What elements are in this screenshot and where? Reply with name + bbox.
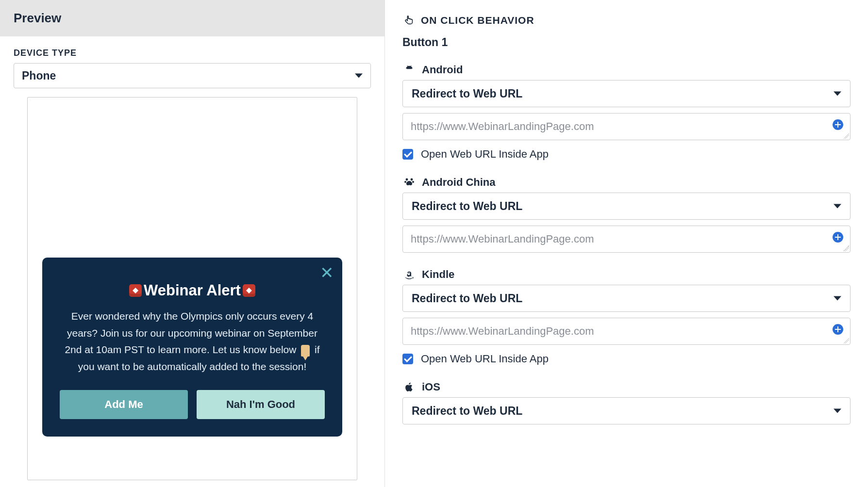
url-text: https://www.WebinarLandingPage.com [411,325,827,338]
svg-point-1 [411,179,413,181]
platform-android-china: Android China Redirect to Web URL https:… [402,176,851,253]
chevron-down-icon [834,92,841,96]
chevron-down-icon [834,204,841,209]
android-url-input[interactable]: https://www.WebinarLandingPage.com [402,113,851,140]
preview-pane: Preview DEVICE TYPE Phone ✕ Webinar Aler… [0,0,385,487]
checkbox-label: Open Web URL Inside App [421,353,549,365]
behavior-pane: ON CLICK BEHAVIOR Button 1 Android Redir… [385,0,868,487]
button-heading: Button 1 [402,36,851,49]
plus-circle-icon[interactable] [833,119,843,130]
platform-name: Kindle [422,268,454,281]
select-value: Redirect to Web URL [412,200,522,213]
paw-icon [402,177,416,188]
select-value: Redirect to Web URL [412,87,522,100]
plus-circle-icon[interactable] [833,324,843,335]
kindle-open-inside-checkbox[interactable] [402,354,413,364]
platform-ios: iOS Redirect to Web URL [402,381,851,424]
modal-body: Ever wondered why the Olympics only occu… [60,308,325,375]
modal-title: Webinar Alert [60,282,325,299]
resize-handle-icon[interactable] [843,133,849,139]
platform-name: iOS [422,381,440,393]
android-action-select[interactable]: Redirect to Web URL [402,80,851,107]
kindle-action-select[interactable]: Redirect to Web URL [402,285,851,312]
device-type-label: DEVICE TYPE [14,48,371,58]
ios-action-select[interactable]: Redirect to Web URL [402,397,851,424]
device-type-select[interactable]: Phone [14,63,371,88]
resize-handle-icon[interactable] [843,338,849,343]
siren-icon [243,284,255,297]
modal-body-text-before: Ever wondered why the Olympics only occu… [65,310,317,355]
chevron-down-icon [355,74,363,78]
android-china-action-select[interactable]: Redirect to Web URL [402,193,851,220]
android-open-inside-checkbox[interactable] [402,149,413,160]
chevron-down-icon [834,409,841,413]
svg-point-3 [412,181,414,183]
preview-canvas: ✕ Webinar Alert Ever wondered why the Ol… [27,97,357,480]
url-text: https://www.WebinarLandingPage.com [411,233,827,245]
chevron-down-icon [834,296,841,301]
modal-title-text: Webinar Alert [144,282,241,299]
platform-kindle: Kindle Redirect to Web URL https://www.W… [402,268,851,365]
preview-title: Preview [14,11,371,26]
select-value: Redirect to Web URL [412,405,522,418]
device-type-value: Phone [22,69,56,82]
svg-point-2 [404,181,406,183]
url-text: https://www.WebinarLandingPage.com [411,120,827,133]
plus-circle-icon[interactable] [833,232,843,243]
amazon-icon [402,269,416,280]
add-me-button[interactable]: Add Me [60,390,188,419]
android-china-url-input[interactable]: https://www.WebinarLandingPage.com [402,226,851,253]
siren-icon [129,284,142,297]
kindle-url-input[interactable]: https://www.WebinarLandingPage.com [402,318,851,345]
preview-header: Preview [0,0,384,36]
platform-android: Android Redirect to Web URL https://www.… [402,64,851,161]
select-value: Redirect to Web URL [412,292,522,305]
close-icon[interactable]: ✕ [320,264,334,281]
section-title: ON CLICK BEHAVIOR [421,15,534,26]
android-icon [402,64,416,76]
apple-icon [402,381,416,393]
platform-name: Android China [422,176,496,189]
point-down-icon [301,345,310,357]
nah-im-good-button[interactable]: Nah I'm Good [197,390,325,419]
svg-point-0 [406,179,408,181]
checkbox-label: Open Web URL Inside App [421,148,549,161]
pointer-icon [402,15,416,26]
platform-name: Android [422,64,463,76]
resize-handle-icon[interactable] [843,245,849,251]
preview-modal: ✕ Webinar Alert Ever wondered why the Ol… [42,258,342,437]
